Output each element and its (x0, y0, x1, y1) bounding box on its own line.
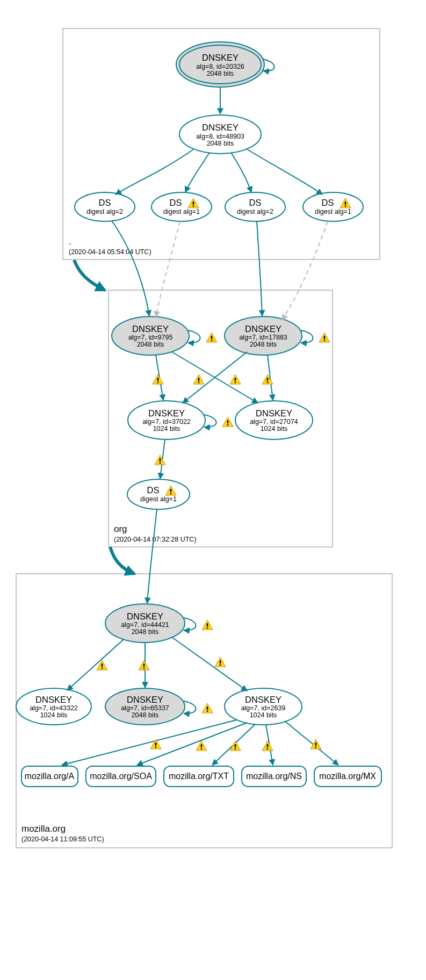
warning-icon (262, 374, 273, 384)
edge-root-to-org (74, 260, 105, 290)
svg-text:2048 bits: 2048 bits (207, 70, 234, 77)
node-moz-ksk: DNSKEY alg=7, id=44421 2048 bits (105, 604, 185, 643)
svg-text:mozilla.org/A: mozilla.org/A (25, 772, 75, 781)
edge-org-to-mozilla (110, 547, 134, 574)
edge-ds1-orgksk1 (112, 221, 149, 316)
edge-mozksk-k2 (67, 639, 124, 690)
edge-mozksk-zsk (172, 637, 247, 691)
svg-text:DS: DS (147, 485, 160, 495)
warning-icon (262, 741, 273, 751)
edge-org-ksk2-self (301, 330, 313, 343)
svg-text:DS: DS (249, 198, 262, 207)
svg-text:DS: DS (322, 198, 334, 207)
svg-text:2048 bits: 2048 bits (250, 341, 277, 348)
warning-icon (202, 620, 213, 630)
edge-zsk-mx (285, 721, 338, 765)
svg-text:DNSKEY: DNSKEY (127, 695, 163, 704)
warning-icon (193, 374, 204, 384)
node-org-zsk2: DNSKEY alg=7, id=27074 1024 bits (235, 401, 313, 439)
zone-mozilla-timestamp: (2020-04-14 11:09:55 UTC) (21, 835, 104, 843)
svg-text:DNSKEY: DNSKEY (132, 324, 169, 334)
svg-text:alg=7, id=65337: alg=7, id=65337 (121, 704, 169, 712)
svg-text:2048 bits: 2048 bits (207, 140, 234, 147)
warning-icon (155, 455, 165, 465)
warning-icon (319, 333, 330, 342)
rrset-a: mozilla.org/A (21, 766, 78, 787)
svg-text:alg=7, id=27074: alg=7, id=27074 (250, 418, 298, 426)
edge-root-zsk-ds2 (185, 153, 210, 192)
edge-ds4-orgksk2 (282, 221, 328, 320)
rrset-soa: mozilla.org/SOA (86, 766, 156, 787)
svg-text:2048 bits: 2048 bits (137, 341, 164, 348)
svg-text:DNSKEY: DNSKEY (202, 53, 239, 62)
zone-mozilla-label: mozilla.org (21, 824, 66, 834)
rrset-ns: mozilla.org/NS (242, 766, 306, 787)
svg-text:DNSKEY: DNSKEY (245, 324, 281, 334)
svg-text:alg=7, id=2639: alg=7, id=2639 (241, 704, 286, 712)
node-root-ds4: DS digest alg=1 (303, 192, 363, 221)
svg-text:alg=7, id=44421: alg=7, id=44421 (121, 621, 169, 629)
node-root-zsk: DNSKEY alg=8, id=48903 2048 bits (179, 115, 261, 154)
edge-moz-ksk-self (184, 618, 196, 630)
svg-text:alg=7, id=17883: alg=7, id=17883 (239, 334, 287, 341)
svg-text:1024 bits: 1024 bits (153, 425, 180, 433)
svg-text:alg=7, id=43322: alg=7, id=43322 (30, 704, 78, 712)
node-root-ds1: DS digest alg=2 (75, 192, 135, 221)
edge-root-zsk-ds1 (115, 149, 193, 194)
node-org-zsk1: DNSKEY alg=7, id=37022 1024 bits (128, 401, 205, 439)
node-moz-zsk: DNSKEY alg=7, id=2639 1024 bits (225, 688, 302, 725)
svg-text:1024 bits: 1024 bits (250, 711, 277, 719)
node-org-ds: DS digest alg=1 (127, 479, 190, 509)
zone-root-timestamp: (2020-04-14 05:54:04 UTC) (69, 248, 151, 256)
svg-text:digest alg=1: digest alg=1 (140, 495, 177, 503)
svg-text:mozilla.org/MX: mozilla.org/MX (319, 772, 376, 781)
svg-text:DNSKEY: DNSKEY (245, 695, 281, 704)
edge-zsk-a (62, 720, 236, 765)
svg-text:mozilla.org/TXT: mozilla.org/TXT (169, 772, 229, 781)
warning-icon (139, 660, 149, 670)
svg-text:DS: DS (99, 198, 111, 207)
node-root-ds3: DS digest alg=2 (225, 192, 285, 221)
rrset-mx: mozilla.org/MX (314, 766, 381, 787)
svg-text:2048 bits: 2048 bits (132, 711, 159, 719)
warning-icon (150, 739, 161, 749)
warning-icon (230, 374, 241, 384)
warning-icon (196, 741, 207, 751)
svg-text:DNSKEY: DNSKEY (148, 408, 185, 418)
node-org-ksk1: DNSKEY alg=7, id=9795 2048 bits (112, 316, 189, 355)
edge-moz-k3-self (184, 701, 196, 714)
svg-text:1024 bits: 1024 bits (40, 711, 68, 719)
node-root-ksk: DNSKEY alg=8, id=20326 2048 bits (176, 42, 264, 87)
edge-root-zsk-ds4 (247, 149, 322, 194)
svg-text:alg=8, id=20326: alg=8, id=20326 (196, 63, 244, 70)
svg-text:digest alg=1: digest alg=1 (163, 208, 200, 215)
svg-text:DNSKEY: DNSKEY (256, 408, 292, 418)
node-moz-k2: DNSKEY alg=7, id=43322 1024 bits (16, 688, 91, 725)
zone-org-label: org (114, 524, 127, 534)
zone-root-label: . (69, 236, 71, 247)
edge-root-zsk-ds3 (231, 153, 251, 192)
svg-text:alg=8, id=48903: alg=8, id=48903 (196, 133, 244, 140)
warning-icon (202, 703, 213, 713)
edge-org-zsk1-self (204, 415, 216, 427)
svg-text:digest alg=2: digest alg=2 (86, 208, 123, 215)
warning-icon (206, 333, 217, 342)
edge-ds2-orgksk1 (156, 221, 180, 317)
svg-text:DNSKEY: DNSKEY (202, 122, 239, 132)
svg-text:DNSKEY: DNSKEY (35, 695, 72, 704)
edge-ksk2-zsk1 (183, 352, 247, 403)
svg-text:DS: DS (170, 198, 182, 207)
warning-icon (215, 657, 226, 667)
warning-icon (153, 374, 163, 384)
rrset-txt: mozilla.org/TXT (164, 766, 234, 787)
svg-text:alg=7, id=9795: alg=7, id=9795 (128, 334, 173, 341)
edge-orgds-mozksk (147, 509, 157, 603)
zone-org-timestamp: (2020-04-14 07:32:28 UTC) (114, 536, 197, 543)
node-moz-k3: DNSKEY alg=7, id=65337 2048 bits (105, 688, 185, 725)
node-root-ds2: DS digest alg=1 (151, 192, 212, 221)
svg-text:digest alg=2: digest alg=2 (237, 208, 273, 215)
svg-text:digest alg=1: digest alg=1 (315, 208, 351, 215)
warning-icon (222, 417, 233, 427)
svg-text:DNSKEY: DNSKEY (127, 611, 163, 621)
svg-text:1024 bits: 1024 bits (261, 425, 288, 433)
